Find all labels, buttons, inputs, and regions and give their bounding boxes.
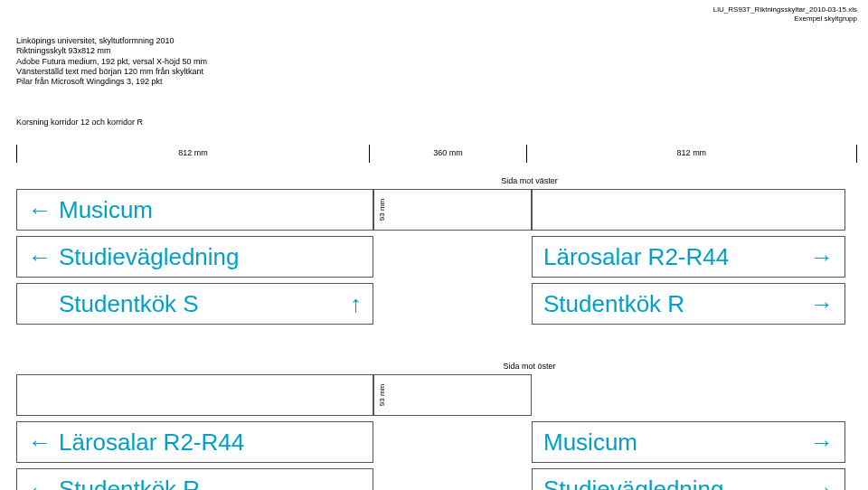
file-header: LiU_RS93T_Riktningsskyltar_2010-03-15.xl…: [713, 5, 857, 23]
side-label-east: Sida mot öster: [450, 362, 609, 371]
sign-studentkok-r: Studentkök R →: [532, 283, 845, 325]
meta-line: Vänsterställd text med början 120 mm frå…: [16, 67, 207, 77]
empty-sign: [532, 189, 845, 231]
sign-column-left: ← Musicum ← Studievägledning Studentkök …: [16, 189, 373, 325]
arrow-right-icon: →: [810, 290, 834, 318]
empty-sign: [373, 374, 532, 416]
sign-larosalar-l: ← Lärosalar R2-R44: [16, 421, 373, 463]
dim-segment: 360 mm: [370, 145, 527, 163]
arrow-right-icon: →: [810, 243, 834, 271]
arrow-left-icon: ←: [28, 476, 52, 491]
sign-group-east: Sida mot öster ← Lärosalar R2-R44 ← Stud…: [16, 362, 857, 490]
meta-block: Linköpings universitet, skyltutformning …: [16, 36, 207, 87]
sign-studievagledning: ← Studievägledning: [16, 236, 373, 278]
sign-studentkok-s: Studentkök S ↑: [16, 283, 373, 325]
meta-line: Linköpings universitet, skyltutformning …: [16, 36, 207, 46]
sign-column-right: Lärosalar R2-R44 → Studentkök R →: [532, 189, 845, 325]
location-text: Korsning korridor 12 och korridor R: [16, 118, 143, 127]
height-label: 93 mm: [373, 189, 390, 231]
sign-label: Studievägledning: [543, 476, 810, 491]
sign-larosalar: Lärosalar R2-R44 →: [532, 236, 845, 278]
file-subtitle: Exempel skyltgrupp: [713, 14, 857, 24]
height-label-text: 93 mm: [378, 384, 386, 406]
empty-sign: [16, 374, 373, 416]
sign-musicum: ← Musicum: [16, 189, 373, 231]
sign-studentkok-r-l: ← Studentkök R: [16, 468, 373, 490]
sign-musicum-r: Musicum →: [532, 421, 845, 463]
file-name: LiU_RS93T_Riktningsskyltar_2010-03-15.xl…: [713, 5, 857, 14]
arrow-right-icon: →: [810, 476, 834, 491]
sign-column-middle: [373, 374, 532, 490]
meta-line: Riktningsskylt 93x812 mm: [16, 46, 207, 56]
sign-label: Lärosalar R2-R44: [52, 429, 362, 457]
sign-column-left: ← Lärosalar R2-R44 ← Studentkök R: [16, 374, 373, 490]
sign-label: Musicum: [543, 429, 810, 457]
meta-line: Pilar från Microsoft Wingdings 3, 192 pk…: [16, 77, 207, 87]
dimension-ruler: 812 mm 360 mm 812 mm: [16, 145, 857, 163]
arrow-up-icon: ↑: [350, 290, 362, 318]
sign-studievagledning-r: Studievägledning →: [532, 468, 845, 490]
sign-label: Studentkök S: [28, 290, 350, 318]
arrow-right-icon: →: [810, 429, 834, 457]
sign-label: Studentkök R: [52, 476, 362, 491]
empty-sign: [373, 189, 532, 231]
dim-segment: 812 mm: [16, 145, 370, 163]
meta-line: Adobe Futura medium, 192 pkt, versal X-h…: [16, 57, 207, 67]
side-label-west: Sida mot väster: [450, 176, 609, 185]
dim-segment: 812 mm: [527, 145, 857, 163]
sign-label: Studentkök R: [543, 290, 810, 318]
sign-label: Musicum: [52, 196, 362, 224]
sign-label: Lärosalar R2-R44: [543, 243, 810, 271]
sign-group-west: Sida mot väster ← Musicum ← Studievägled…: [16, 176, 857, 325]
arrow-left-icon: ←: [28, 429, 52, 457]
sign-column-right: Musicum → Studievägledning →: [532, 421, 845, 490]
arrow-left-icon: ←: [28, 243, 52, 271]
height-label: 93 mm: [373, 374, 390, 416]
height-label-text: 93 mm: [378, 199, 386, 221]
arrow-left-icon: ←: [28, 196, 52, 224]
sign-column-middle: [373, 189, 532, 325]
sign-label: Studievägledning: [52, 243, 362, 271]
